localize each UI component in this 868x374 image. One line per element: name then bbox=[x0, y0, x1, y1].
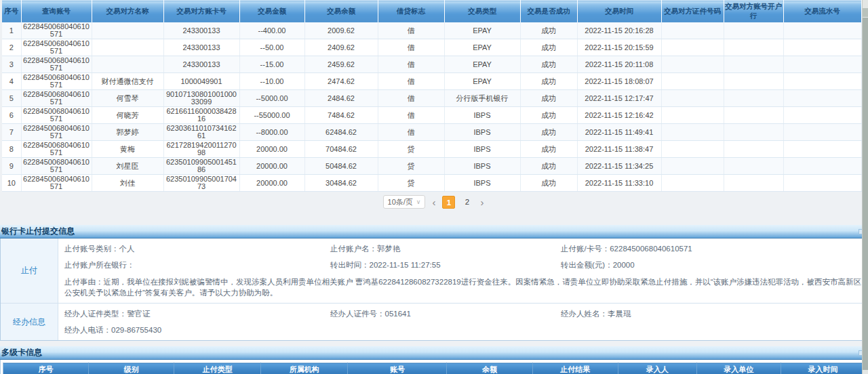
cell: 6228450068040610571 bbox=[21, 158, 92, 175]
cell: 6235010990500170473 bbox=[163, 175, 239, 192]
cell: 6228450068040610571 bbox=[21, 141, 92, 158]
cell: EPAY bbox=[444, 56, 520, 73]
cell: 2009.62 bbox=[304, 22, 378, 39]
stop-payment-block: 止付 止付账号类别：个人 止付账户名：郭梦艳 止付账/卡号：6228450068… bbox=[1, 238, 867, 303]
field-transfer-time: 转出时间：2022-11-15 11:27:55 bbox=[330, 260, 561, 270]
column-header: 交易对方账卡号 bbox=[163, 1, 239, 23]
cell: 成功 bbox=[520, 39, 577, 56]
cell: 成功 bbox=[520, 124, 577, 141]
cell: EPAY bbox=[444, 39, 520, 56]
cell: 成功 bbox=[520, 141, 577, 158]
cell: IBPS bbox=[444, 158, 520, 175]
cell: 郭梦婷 bbox=[92, 124, 163, 141]
cell bbox=[724, 39, 783, 56]
multi-card-table: 序号级别止付类型所属机构账号余额止付结果录入人录入单位录入时间 1一级第三方止付… bbox=[3, 362, 865, 374]
cell: --55000.00 bbox=[239, 107, 304, 124]
cell: 6228450068040610571 bbox=[21, 73, 92, 90]
cell: 6217281942001127098 bbox=[163, 141, 239, 158]
cell bbox=[783, 158, 861, 175]
table-row: 86228450068040610571黄梅621728194200112709… bbox=[2, 141, 861, 158]
vertical-scrollbar[interactable] bbox=[862, 0, 868, 374]
cell: 2474.62 bbox=[304, 73, 378, 90]
field-transfer-amount: 转出金额(元)：20000 bbox=[561, 260, 862, 270]
scrollbar-up-button[interactable] bbox=[863, 8, 868, 17]
column-header: 交易对方账号开户行 bbox=[724, 1, 783, 23]
cell: 成功 bbox=[520, 107, 577, 124]
field-handler-id-type: 经办人证件类型：警官证 bbox=[64, 309, 330, 319]
cell bbox=[783, 175, 861, 192]
cell bbox=[92, 56, 163, 73]
cell bbox=[724, 175, 783, 192]
page-button-2[interactable]: 2 bbox=[460, 196, 473, 209]
cell bbox=[661, 22, 724, 39]
column-header: 录入单位 bbox=[696, 363, 781, 374]
stop-payment-section-title: 银行卡止付提交信息 bbox=[1, 226, 75, 236]
cell: --15.00 bbox=[239, 56, 304, 73]
cell: 贷 bbox=[378, 141, 444, 158]
cell: 6228450068040610571 bbox=[21, 56, 92, 73]
multi-card-section-title: 多级卡信息 bbox=[1, 348, 42, 357]
cell: 2022-11-15 11:33:10 bbox=[577, 175, 661, 192]
multi-card-section: 多级卡信息 序号级别止付类型所属机构账号余额止付结果录入人录入单位录入时间 1一… bbox=[0, 346, 868, 374]
cell: --8000.00 bbox=[239, 124, 304, 141]
cell: 6228450068040610571 bbox=[21, 107, 92, 124]
cell: 2022-11-15 11:38:47 bbox=[577, 141, 661, 158]
cell: 2484.62 bbox=[304, 90, 378, 107]
table-row: 76228450068040610571郭梦婷62303611010734162… bbox=[2, 124, 861, 141]
cell: 8 bbox=[2, 141, 21, 158]
cell: 借 bbox=[378, 124, 444, 141]
column-header: 所属机构 bbox=[261, 363, 348, 374]
cell: 1 bbox=[2, 22, 21, 39]
transactions-table: 序号查询账号交易对方名称交易对方账卡号交易金额交易余额借贷标志交易类型交易是否成… bbox=[2, 0, 862, 192]
cell: 2 bbox=[2, 39, 21, 56]
cell: 借 bbox=[378, 90, 444, 107]
cell bbox=[724, 107, 783, 124]
field-handler-id-no: 经办人证件号：051641 bbox=[330, 309, 561, 319]
cell bbox=[92, 39, 163, 56]
field-card-no: 止付账/卡号：6228450068040610571 bbox=[561, 244, 862, 254]
cell: 借 bbox=[378, 107, 444, 124]
cell: 6235010990500145186 bbox=[163, 158, 239, 175]
cell: 20000.00 bbox=[239, 158, 304, 175]
column-header: 录入时间 bbox=[781, 363, 865, 374]
column-header: 序号 bbox=[3, 363, 89, 374]
page-size-label: 10条/页 bbox=[388, 197, 413, 207]
cell: 2022-11-15 12:16:42 bbox=[577, 107, 661, 124]
cell: 243300133 bbox=[163, 22, 239, 39]
cell bbox=[724, 124, 783, 141]
stop-payment-section-header: 银行卡止付提交信息 bbox=[0, 225, 868, 238]
cell: 成功 bbox=[520, 73, 577, 90]
field-handler-name: 经办人姓名：李晨琨 bbox=[561, 309, 862, 319]
cell: 7484.62 bbox=[304, 107, 378, 124]
page-button-1[interactable]: 1 bbox=[442, 196, 455, 209]
table-row: 36228450068040610571243300133--15.002459… bbox=[2, 56, 861, 73]
cell: EPAY bbox=[444, 22, 520, 39]
cell: 20000.00 bbox=[239, 141, 304, 158]
rail-handler-label: 经办信息 bbox=[1, 304, 58, 340]
stop-payment-content: 止付账号类别：个人 止付账户名：郭梦艳 止付账/卡号：6228450068040… bbox=[58, 238, 867, 303]
next-page-button[interactable]: › bbox=[479, 197, 485, 207]
cell: 4 bbox=[2, 73, 21, 90]
cell bbox=[783, 141, 861, 158]
column-header: 交易是否成功 bbox=[520, 1, 577, 23]
cell: 借 bbox=[378, 39, 444, 56]
scrollbar-thumb[interactable] bbox=[863, 18, 868, 370]
cell: 贷 bbox=[378, 158, 444, 175]
prev-page-button[interactable]: ‹ bbox=[431, 197, 437, 207]
cell bbox=[724, 141, 783, 158]
cell bbox=[724, 158, 783, 175]
cell bbox=[661, 107, 724, 124]
column-header: 交易类型 bbox=[444, 1, 520, 23]
cell: 成功 bbox=[520, 90, 577, 107]
cell: 何雪琴 bbox=[92, 90, 163, 107]
table-row: 26228450068040610571243300133--50.002409… bbox=[2, 39, 861, 56]
cell bbox=[783, 39, 861, 56]
cell: 借 bbox=[378, 73, 444, 90]
chevron-down-icon: ∨ bbox=[416, 199, 421, 205]
cell: 10 bbox=[2, 175, 21, 192]
cell: 2459.62 bbox=[304, 56, 378, 73]
cell bbox=[661, 39, 724, 56]
cell: 6 bbox=[2, 107, 21, 124]
pagination: 10条/页 ∨ ‹ 1 2 › bbox=[0, 192, 868, 212]
page-size-select[interactable]: 10条/页 ∨ bbox=[383, 195, 426, 209]
